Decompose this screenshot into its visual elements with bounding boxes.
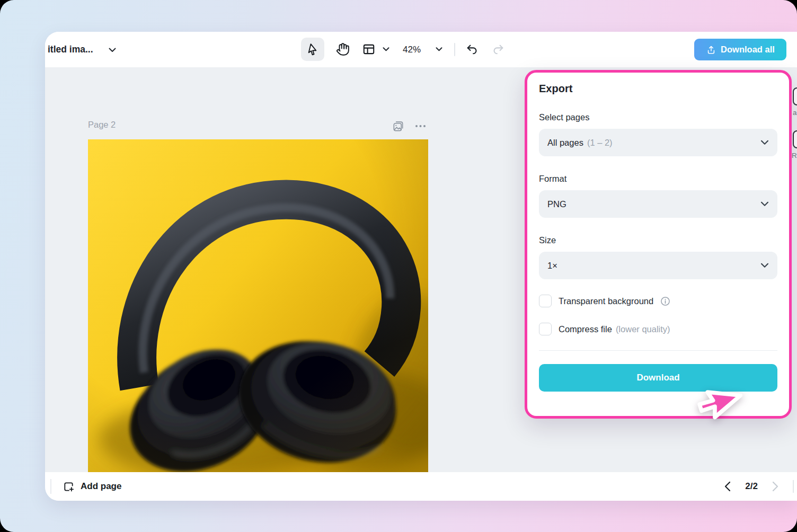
- add-page-label: Add page: [81, 481, 121, 492]
- add-page-button[interactable]: Add page: [63, 472, 121, 501]
- redo-button[interactable]: [486, 38, 510, 61]
- panel-divider: [539, 350, 777, 351]
- pink-cursor-pointer: [696, 379, 743, 431]
- chevron-down-icon[interactable]: [436, 47, 442, 51]
- chevron-down-icon: [760, 201, 769, 207]
- document-title[interactable]: itled ima...: [48, 32, 93, 67]
- select-pages-dropdown[interactable]: All pages (1 – 2): [539, 129, 777, 156]
- select-pages-label: Select pages: [539, 112, 777, 122]
- chevron-left-icon[interactable]: [724, 481, 731, 492]
- duplicate-image-icon[interactable]: [392, 120, 404, 132]
- size-value: 1×: [547, 261, 557, 271]
- page-navigation: 2/2: [724, 472, 794, 501]
- chevron-down-icon[interactable]: [109, 48, 116, 52]
- export-panel-title: Export: [539, 83, 777, 95]
- top-toolbar: itled ima...: [45, 32, 797, 67]
- compress-file-note: (lower quality): [616, 324, 670, 334]
- add-page-icon: [63, 481, 75, 493]
- compress-file-checkbox[interactable]: [539, 323, 552, 335]
- download-button-label: Download: [636, 373, 679, 383]
- clipped-sidebar-label: Re: [792, 152, 797, 159]
- transparent-background-label: Transparent background: [559, 296, 653, 306]
- compress-file-label: Compress file: [559, 324, 612, 334]
- size-label: Size: [539, 235, 777, 245]
- chevron-down-icon: [760, 140, 769, 145]
- page-label: Page 2: [88, 120, 116, 130]
- chevron-right-icon[interactable]: [772, 481, 778, 492]
- frame-tool-button[interactable]: [359, 38, 379, 61]
- frame-icon: [362, 42, 376, 56]
- format-label: Format: [539, 174, 777, 184]
- download-all-label: Download all: [721, 45, 775, 55]
- transparent-background-checkbox[interactable]: [539, 295, 552, 307]
- more-dots-icon[interactable]: [414, 123, 427, 129]
- page-2-image-headphones[interactable]: [88, 139, 428, 478]
- clipped-sidebar-icon: [793, 87, 797, 105]
- redo-icon: [492, 43, 505, 56]
- chevron-down-icon[interactable]: [383, 47, 389, 51]
- clipped-sidebar-item[interactable]: Re: [793, 130, 797, 159]
- compress-file-option: Compress file (lower quality): [539, 323, 777, 335]
- upload-icon: [706, 45, 716, 55]
- select-pages-value: All pages: [547, 138, 583, 148]
- zoom-level[interactable]: 42%: [403, 32, 421, 67]
- hand-tool-button[interactable]: [331, 38, 355, 61]
- select-pages-range: (1 – 2): [587, 138, 613, 148]
- format-value: PNG: [547, 199, 566, 209]
- chevron-down-icon: [760, 263, 769, 268]
- bottom-bar-divider: [50, 479, 51, 494]
- undo-button[interactable]: [460, 38, 483, 61]
- size-dropdown[interactable]: 1×: [539, 252, 777, 279]
- format-dropdown[interactable]: PNG: [539, 190, 777, 218]
- clipped-sidebar-label: a: [793, 109, 797, 117]
- bottom-bar: Add page 2/2: [45, 472, 797, 501]
- transparent-background-option: Transparent background: [539, 295, 777, 307]
- pager-divider: [793, 480, 794, 493]
- export-panel: Export Select pages All pages (1 – 2) Fo…: [525, 70, 792, 419]
- download-all-button[interactable]: Download all: [694, 39, 786, 60]
- screenshot-frame: itled ima...: [0, 0, 797, 532]
- page-indicator: 2/2: [745, 481, 758, 492]
- undo-icon: [465, 43, 479, 56]
- select-tool-button[interactable]: [301, 38, 324, 61]
- clipped-sidebar-icon: [793, 130, 797, 148]
- hand-icon: [336, 42, 350, 56]
- info-icon[interactable]: [660, 296, 670, 306]
- clipped-sidebar-item[interactable]: a: [793, 87, 797, 117]
- toolbar-divider: [454, 43, 455, 56]
- select-cursor-icon: [306, 43, 319, 56]
